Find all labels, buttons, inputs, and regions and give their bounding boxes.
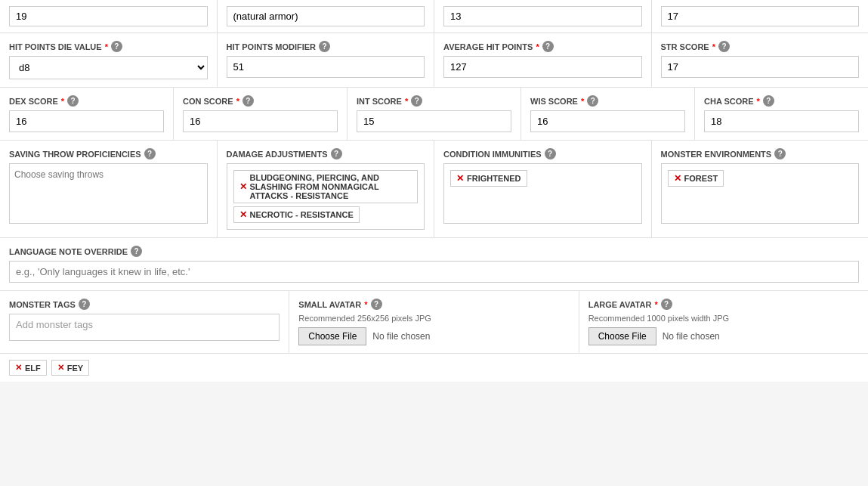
- top-cell-2: [218, 0, 435, 33]
- small-avatar-file-row: Choose File No file chosen: [298, 327, 569, 345]
- avg-hp-help-icon[interactable]: ?: [542, 41, 554, 52]
- top-cell-4: [652, 0, 869, 33]
- avg-hp-cell: AVERAGE HIT POINTS * ?: [434, 33, 652, 87]
- hp-modifier-help-icon[interactable]: ?: [319, 41, 330, 52]
- top-cell-1: [0, 0, 218, 33]
- hp-die-help-icon[interactable]: ?: [111, 41, 122, 52]
- hp-modifier-label: HIT POINTS MODIFIER ?: [227, 41, 425, 52]
- damage-adj-cell: DAMAGE ADJUSTMENTS ? ✕ BLUDGEONING, PIER…: [218, 141, 435, 237]
- damage-tag-necrotic-remove[interactable]: ✕: [239, 209, 247, 220]
- environment-tag-forest: ✕ FOREST: [668, 170, 724, 187]
- hp-die-label: HIT POINTS DIE VALUE * ?: [9, 41, 208, 52]
- damage-tag-bludgeoning-remove[interactable]: ✕: [239, 181, 247, 192]
- tag-elf: ✕ ELF: [9, 360, 47, 376]
- language-help-icon[interactable]: ?: [131, 246, 142, 257]
- top-input-4[interactable]: [661, 6, 860, 26]
- damage-adj-help-icon[interactable]: ?: [331, 148, 342, 159]
- dex-help-icon[interactable]: ?: [67, 95, 79, 107]
- environments-help-icon[interactable]: ?: [774, 148, 786, 159]
- condition-immunities-label: CONDITION IMMUNITIES ?: [443, 148, 642, 159]
- int-label: INT SCORE * ?: [357, 95, 511, 107]
- small-avatar-recommendation: Recommended 256x256 pixels JPG: [298, 314, 569, 323]
- con-input[interactable]: [183, 110, 338, 132]
- int-help-icon[interactable]: ?: [411, 95, 422, 107]
- dex-input[interactable]: [9, 110, 164, 132]
- large-avatar-recommendation: Recommended 1000 pixels width JPG: [588, 314, 859, 323]
- con-label: CON SCORE * ?: [183, 95, 338, 107]
- saving-throws-input[interactable]: [14, 169, 202, 180]
- large-avatar-label: LARGE AVATAR * ?: [588, 299, 859, 310]
- condition-immunities-box: ✕ FRIGHTENED: [443, 163, 642, 224]
- monster-environments-label: MONSTER ENVIRONMENTS ?: [661, 148, 860, 159]
- top-values-row: [0, 0, 868, 33]
- condition-help-icon[interactable]: ?: [545, 148, 556, 159]
- str-help-icon[interactable]: ?: [718, 41, 730, 52]
- tag-fey: ✕ FEY: [51, 360, 89, 376]
- saving-throws-cell: SAVING THROW PROFICIENCIES ?: [0, 141, 218, 237]
- hp-die-cell: HIT POINTS DIE VALUE * ? d4 d6 d8 d10 d1…: [0, 33, 218, 87]
- saving-throws-help-icon[interactable]: ?: [144, 148, 156, 159]
- monster-environments-box: ✕ FOREST: [661, 163, 860, 224]
- page-wrapper: HIT POINTS DIE VALUE * ? d4 d6 d8 d10 d1…: [0, 0, 868, 382]
- existing-tags-row: ✕ ELF ✕ FEY: [0, 354, 868, 382]
- wis-help-icon[interactable]: ?: [587, 95, 598, 107]
- int-input[interactable]: [357, 110, 511, 132]
- con-cell: CON SCORE * ?: [174, 88, 348, 140]
- small-avatar-cell: SMALL AVATAR * ? Recommended 256x256 pix…: [289, 291, 579, 353]
- language-override-input[interactable]: [9, 261, 859, 283]
- condition-tag-frightened: ✕ FRIGHTENED: [450, 170, 527, 187]
- wis-label: WIS SCORE * ?: [530, 95, 685, 107]
- hit-points-row: HIT POINTS DIE VALUE * ? d4 d6 d8 d10 d1…: [0, 33, 868, 88]
- hp-modifier-input[interactable]: [227, 56, 425, 78]
- cha-help-icon[interactable]: ?: [763, 95, 774, 107]
- damage-tag-bludgeoning: ✕ BLUDGEONING, PIERCING, AND SLASHING FR…: [233, 170, 419, 203]
- damage-tag-necrotic: ✕ NECROTIC - RESISTANCE: [233, 206, 360, 223]
- profs-row: SAVING THROW PROFICIENCIES ? DAMAGE ADJU…: [0, 141, 868, 238]
- cha-label: CHA SCORE * ?: [704, 95, 859, 107]
- str-input[interactable]: [661, 56, 860, 78]
- small-avatar-choose-file-button[interactable]: Choose File: [298, 327, 366, 345]
- top-input-3[interactable]: [443, 6, 642, 26]
- int-cell: INT SCORE * ?: [348, 88, 521, 140]
- top-input-1[interactable]: [9, 6, 208, 26]
- tag-fey-remove[interactable]: ✕: [57, 363, 64, 373]
- str-score-cell: STR SCORE * ?: [652, 33, 869, 87]
- wis-cell: WIS SCORE * ?: [521, 88, 695, 140]
- avg-hp-required: *: [536, 42, 539, 51]
- cha-cell: CHA SCORE * ?: [695, 88, 868, 140]
- small-avatar-help-icon[interactable]: ?: [371, 299, 382, 310]
- monster-tags-label: MONSTER TAGS ?: [9, 299, 280, 310]
- language-override-label: LANGUAGE NOTE OVERRIDE ?: [9, 246, 859, 257]
- monster-environments-cell: MONSTER ENVIRONMENTS ? ✕ FOREST: [652, 141, 869, 237]
- hp-die-required: *: [105, 42, 108, 51]
- tag-elf-remove[interactable]: ✕: [15, 363, 22, 373]
- large-avatar-choose-file-button[interactable]: Choose File: [588, 327, 656, 345]
- large-avatar-file-row: Choose File No file chosen: [588, 327, 859, 345]
- saving-throws-label: SAVING THROW PROFICIENCIES ?: [9, 148, 208, 159]
- language-override-row: LANGUAGE NOTE OVERRIDE ?: [0, 238, 868, 291]
- hp-die-select[interactable]: d4 d6 d8 d10 d12 d20: [9, 56, 208, 79]
- top-cell-3: [434, 0, 652, 33]
- top-input-2[interactable]: [227, 6, 425, 26]
- avg-hp-label: AVERAGE HIT POINTS * ?: [443, 41, 642, 52]
- saving-throws-box[interactable]: [9, 163, 208, 224]
- bottom-row: MONSTER TAGS ? Add monster tags SMALL AV…: [0, 291, 868, 354]
- monster-tags-help-icon[interactable]: ?: [79, 299, 90, 310]
- avg-hp-input[interactable]: [443, 56, 642, 78]
- monster-tags-input-area[interactable]: Add monster tags: [9, 314, 280, 341]
- damage-adj-label: DAMAGE ADJUSTMENTS ?: [227, 148, 425, 159]
- environment-tag-forest-remove[interactable]: ✕: [674, 173, 681, 184]
- wis-input[interactable]: [530, 110, 685, 132]
- con-help-icon[interactable]: ?: [242, 95, 254, 107]
- str-required: *: [712, 42, 715, 51]
- large-avatar-help-icon[interactable]: ?: [661, 299, 672, 310]
- hp-modifier-cell: HIT POINTS MODIFIER ?: [218, 33, 435, 87]
- large-avatar-cell: LARGE AVATAR * ? Recommended 1000 pixels…: [579, 291, 868, 353]
- ability-scores-row: DEX SCORE * ? CON SCORE * ? INT SCORE * …: [0, 88, 868, 141]
- small-avatar-label: SMALL AVATAR * ?: [298, 299, 569, 310]
- large-avatar-no-file: No file chosen: [663, 331, 720, 342]
- small-avatar-no-file: No file chosen: [372, 331, 430, 342]
- dex-label: DEX SCORE * ?: [9, 95, 164, 107]
- condition-tag-frightened-remove[interactable]: ✕: [456, 173, 464, 184]
- cha-input[interactable]: [704, 110, 859, 132]
